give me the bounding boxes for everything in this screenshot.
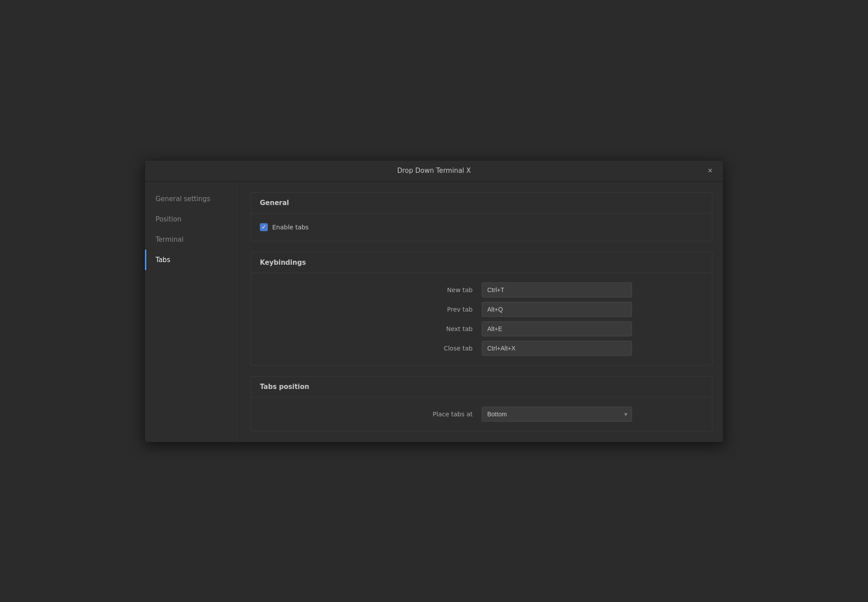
sidebar-item-tabs[interactable]: Tabs (145, 250, 240, 270)
tabs-position-section: Tabs position Place tabs at Top Bottom ▾ (251, 376, 712, 431)
next-tab-input[interactable] (482, 321, 632, 336)
sidebar-item-label: General settings (156, 195, 210, 203)
content-area: General settings Position Terminal Tabs … (145, 182, 723, 442)
next-tab-label: Next tab (327, 319, 482, 339)
new-tab-label: New tab (327, 280, 482, 300)
dialog: Drop Down Terminal X × General settings … (145, 160, 723, 442)
sidebar-item-label: Position (156, 215, 181, 223)
place-tabs-select-wrapper: Top Bottom ▾ (482, 407, 632, 422)
tabs-position-header: Tabs position (251, 377, 712, 397)
place-tabs-select[interactable]: Top Bottom (482, 407, 632, 422)
keybindings-section-header: Keybindings (251, 252, 712, 273)
enable-tabs-label: Enable tabs (272, 224, 308, 231)
tabs-position-body: Place tabs at Top Bottom ▾ (251, 397, 712, 431)
main-content: General Enable tabs Keybindings New tab … (240, 182, 723, 442)
sidebar: General settings Position Terminal Tabs (145, 182, 240, 442)
enable-tabs-row: Enable tabs (260, 221, 703, 234)
close-tab-label: Close tab (327, 339, 482, 358)
close-tab-input[interactable] (482, 341, 632, 356)
place-tabs-label: Place tabs at (327, 404, 482, 424)
prev-tab-input[interactable] (482, 302, 632, 317)
general-section-header: General (251, 193, 712, 213)
sidebar-item-general-settings[interactable]: General settings (145, 189, 240, 209)
titlebar: Drop Down Terminal X × (145, 160, 723, 182)
tabs-pos-grid: Place tabs at Top Bottom ▾ (327, 404, 636, 424)
keybindings-section-body: New tab Prev tab Next tab Close tab (251, 273, 712, 365)
enable-tabs-checkbox[interactable] (260, 223, 268, 231)
sidebar-item-label: Tabs (156, 256, 170, 264)
prev-tab-label: Prev tab (327, 300, 482, 319)
general-section: General Enable tabs (251, 192, 712, 241)
dialog-title: Drop Down Terminal X (397, 167, 471, 175)
sidebar-item-terminal[interactable]: Terminal (145, 229, 240, 250)
new-tab-input[interactable] (482, 282, 632, 297)
sidebar-item-label: Terminal (156, 236, 183, 244)
keybindings-section: Keybindings New tab Prev tab Next tab Cl… (251, 252, 712, 366)
general-section-body: Enable tabs (251, 213, 712, 241)
close-button[interactable]: × (704, 165, 716, 176)
keybindings-grid: New tab Prev tab Next tab Close tab (327, 280, 636, 358)
sidebar-item-position[interactable]: Position (145, 209, 240, 229)
